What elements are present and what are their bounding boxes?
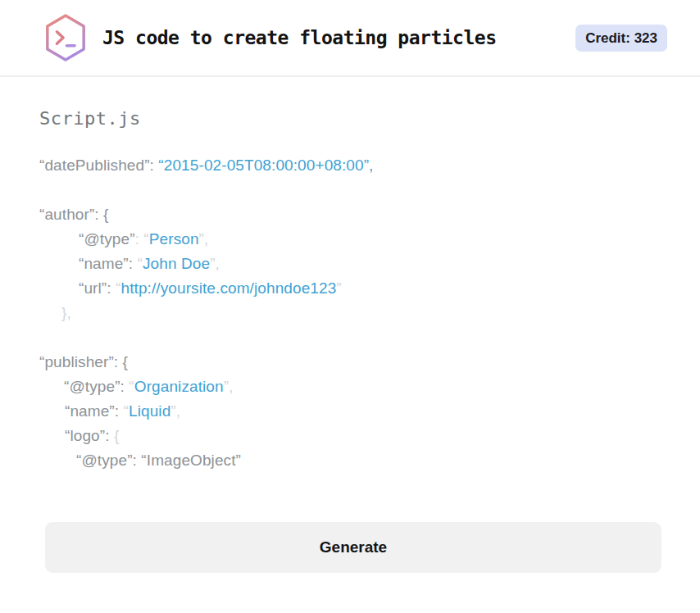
code-segment: “publisher”: [39, 353, 114, 370]
terminal-prompt-icon: [43, 13, 88, 62]
code-segment: : {: [94, 206, 108, 223]
code-line: “publisher”: {: [39, 350, 661, 375]
code-line: “@type”: “Organization”,: [39, 375, 661, 399]
code-line: “logo”: {: [39, 424, 661, 448]
code-segment: “ImageObject”: [141, 452, 241, 469]
code-segment: “datePublished”: [39, 157, 150, 174]
code-segment: :: [135, 230, 144, 247]
code-segment: :: [107, 279, 116, 297]
code-line: },: [39, 301, 661, 325]
code-segment: :: [105, 427, 114, 444]
code-blank-line: [39, 178, 661, 202]
code-segment: “@type”: [76, 452, 133, 469]
content-area: Script.js “datePublished”: “2015-02-05T0…: [0, 77, 700, 573]
code-line: “datePublished”: “2015-02-05T08:00:00+08…: [39, 153, 661, 178]
code-segment: “author”: [39, 206, 94, 223]
page-title: JS code to create floating particles: [102, 27, 575, 48]
code-line: “@type”: “ImageObject”: [39, 448, 661, 473]
code-segment: },: [61, 304, 71, 321]
code-segment: :: [129, 255, 138, 272]
code-segment: :: [150, 157, 159, 174]
code-line: “name”: “Liquid”,: [39, 399, 661, 424]
code-segment: ”,: [199, 230, 209, 247]
code-segment: ”,: [210, 255, 220, 272]
code-segment: ”,: [170, 402, 180, 420]
code-line: “author”: {: [39, 202, 661, 227]
code-segment: : {: [114, 353, 128, 370]
code-segment: Organization: [134, 378, 224, 395]
file-name-heading: Script.js: [39, 108, 661, 129]
code-segment: ”,: [224, 378, 234, 395]
code-blank-line: [39, 325, 661, 350]
code-segment: “2015-02-05T08:00:00+08:00”,: [158, 157, 373, 174]
code-segment: Person: [149, 230, 199, 247]
code-segment: “url”: [79, 279, 107, 297]
code-segment: John Doe: [143, 255, 210, 272]
code-line: “@type”: “Person”,: [39, 227, 661, 252]
code-segment: “name”: [65, 402, 115, 420]
code-segment: “@type”: [64, 378, 120, 395]
code-block: “datePublished”: “2015-02-05T08:00:00+08…: [39, 153, 661, 473]
generate-button[interactable]: Generate: [45, 522, 661, 573]
code-segment: {: [114, 427, 119, 444]
header: JS code to create floating particles Cre…: [0, 0, 700, 77]
code-line: “url”: “http://yoursite.com/johndoe123”: [39, 276, 661, 301]
code-segment: :: [120, 378, 130, 395]
code-line: “name”: “John Doe”,: [39, 252, 661, 276]
code-segment: http://yoursite.com/johndoe123: [120, 279, 336, 297]
code-segment: :: [133, 452, 142, 469]
code-segment: “name”: [79, 255, 129, 272]
code-segment: “logo”: [65, 427, 105, 444]
credit-badge: Credit: 323: [575, 25, 667, 52]
code-segment: Liquid: [129, 402, 170, 420]
code-segment: ”: [336, 279, 341, 297]
code-segment: :: [115, 402, 124, 420]
code-segment: “@type”: [79, 230, 135, 247]
